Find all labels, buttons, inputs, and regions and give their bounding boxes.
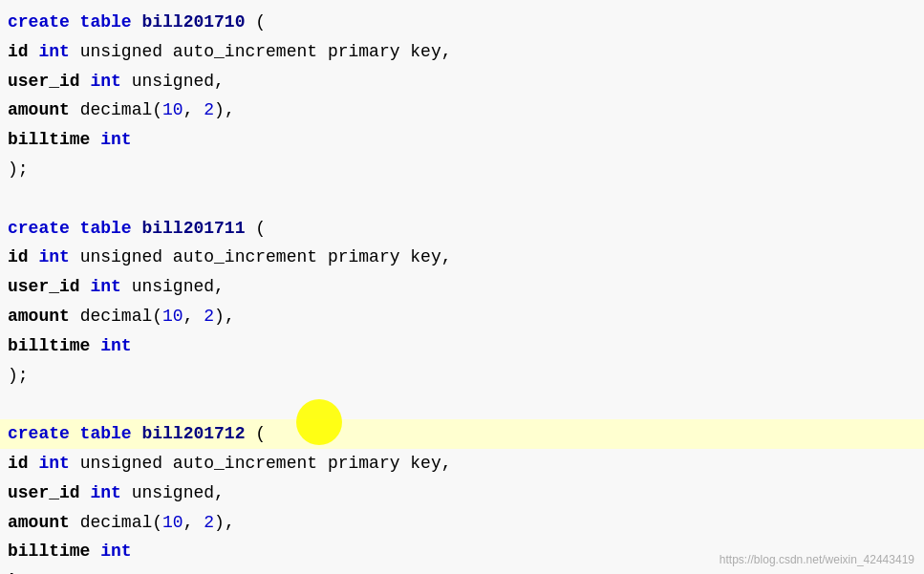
code-line: amount decimal(10, 2), [0, 508, 924, 538]
code-line: id int unsigned auto_increment primary k… [0, 37, 924, 67]
code-editor: create table bill201710 ( id int unsigne… [0, 0, 924, 574]
code-line: user_id int unsigned, [0, 478, 924, 508]
code-line: ); [0, 361, 924, 391]
code-line: billtime int [0, 331, 924, 361]
code-line: create table bill201710 ( [0, 8, 924, 37]
watermark: https://blog.csdn.net/weixin_42443419 [720, 553, 914, 566]
code-line: id int unsigned auto_increment primary k… [0, 243, 924, 272]
code-line [0, 184, 924, 214]
code-line: ); [0, 155, 924, 184]
code-line-highlighted: create table bill201712 ( [0, 419, 924, 449]
code-line: ); [0, 566, 924, 574]
code-line [0, 390, 924, 419]
code-line: amount decimal(10, 2), [0, 302, 924, 331]
code-line: id int unsigned auto_increment primary k… [0, 449, 924, 478]
code-line: user_id int unsigned, [0, 272, 924, 302]
code-line: create table bill201711 ( [0, 214, 924, 244]
code-line: amount decimal(10, 2), [0, 96, 924, 125]
code-line: user_id int unsigned, [0, 67, 924, 96]
code-line: billtime int [0, 125, 924, 155]
